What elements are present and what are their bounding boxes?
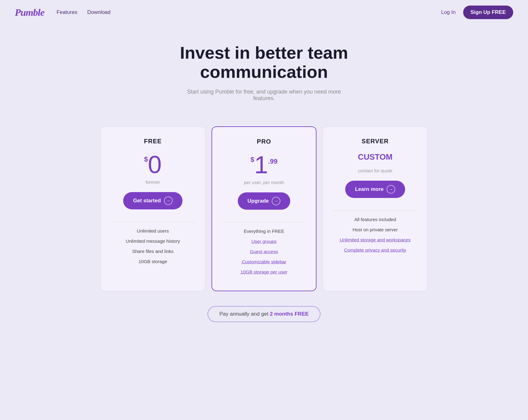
pricing-section: FREE $ 0 forever Get started → Unlimited… bbox=[79, 114, 449, 301]
pro-feature-4[interactable]: 10GB storage per user bbox=[222, 269, 306, 275]
free-cta-arrow-icon: → bbox=[164, 196, 173, 205]
pro-price-symbol: $ bbox=[250, 156, 254, 164]
pro-card-title: PRO bbox=[222, 138, 306, 145]
free-price-amount: 0 bbox=[148, 152, 162, 177]
server-card-title: SERVER bbox=[333, 138, 417, 145]
pro-cta-label: Upgrade bbox=[248, 198, 269, 204]
server-price-custom: CUSTOM bbox=[333, 152, 417, 162]
annual-highlight: 2 months FREE bbox=[270, 311, 309, 317]
login-button[interactable]: Log In bbox=[441, 9, 455, 15]
annual-pill-button[interactable]: Pay annually and get 2 months FREE bbox=[207, 306, 320, 322]
pro-feature-2[interactable]: Guest access bbox=[222, 249, 306, 254]
server-divider bbox=[333, 210, 417, 211]
signup-button[interactable]: Sign Up FREE bbox=[463, 6, 513, 19]
pro-price-period: per user, per month bbox=[222, 180, 306, 185]
server-features-list: All features included Host on private se… bbox=[333, 217, 417, 253]
logo[interactable]: Pumble bbox=[15, 7, 44, 18]
free-cta-label: Get started bbox=[133, 198, 161, 204]
annual-banner: Pay annually and get 2 months FREE bbox=[0, 301, 528, 332]
server-feature-3[interactable]: Complete privacy and security bbox=[333, 247, 417, 253]
free-feature-2: Unlimited message history bbox=[111, 238, 195, 244]
pro-cta-button[interactable]: Upgrade → bbox=[238, 192, 291, 210]
free-feature-3: Share files and links bbox=[111, 249, 195, 254]
free-features-list: Unlimited users Unlimited message histor… bbox=[111, 228, 195, 264]
nav-right: Log In Sign Up FREE bbox=[441, 6, 513, 19]
server-card: SERVER CUSTOM contact for quote Learn mo… bbox=[323, 126, 428, 291]
pro-features-list: Everything in FREE User groups Guest acc… bbox=[222, 229, 306, 275]
free-feature-4: 10GB storage bbox=[111, 259, 195, 264]
free-card: FREE $ 0 forever Get started → Unlimited… bbox=[100, 126, 205, 291]
nav-download[interactable]: Download bbox=[87, 9, 111, 15]
pro-price-cents: .99 bbox=[268, 158, 278, 166]
hero-title: Invest in better team communication bbox=[125, 43, 403, 81]
navbar: Pumble Features Download Log In Sign Up … bbox=[0, 0, 528, 25]
server-feature-0: All features included bbox=[333, 217, 417, 222]
server-cta-button[interactable]: Learn more → bbox=[345, 181, 405, 198]
server-cta-label: Learn more bbox=[355, 186, 384, 192]
pro-cta-arrow-icon: → bbox=[272, 197, 280, 205]
hero-subtitle: Start using Pumble for free, and upgrade… bbox=[184, 89, 344, 102]
free-feature-1: Unlimited users bbox=[111, 228, 195, 233]
server-cta-arrow-icon: → bbox=[387, 185, 395, 194]
server-feature-2[interactable]: Unlimited storage and workspaces bbox=[333, 237, 417, 242]
nav-features[interactable]: Features bbox=[57, 9, 77, 15]
free-divider bbox=[111, 222, 195, 222]
hero-section: Invest in better team communication Star… bbox=[0, 25, 528, 114]
free-price-period: forever bbox=[111, 179, 195, 185]
free-price-display: $ 0 bbox=[111, 152, 195, 177]
annual-text-before: Pay annually and get bbox=[219, 311, 270, 317]
pro-card: PRO $ 1 .99 per user, per month Upgrade … bbox=[212, 126, 316, 291]
server-feature-1: Host on private server bbox=[333, 227, 417, 232]
pro-divider bbox=[222, 222, 306, 222]
pro-price-amount: 1 bbox=[254, 153, 268, 177]
pro-price-display: $ 1 .99 bbox=[222, 153, 306, 177]
pro-feature-0: Everything in FREE bbox=[222, 229, 306, 234]
free-card-title: FREE bbox=[111, 138, 195, 145]
pro-feature-3[interactable]: Customizable sidebar bbox=[222, 259, 306, 264]
server-price-period: contact for quote bbox=[333, 168, 417, 173]
free-cta-button[interactable]: Get started → bbox=[123, 192, 182, 209]
pro-feature-1[interactable]: User groups bbox=[222, 239, 306, 244]
free-price-symbol: $ bbox=[144, 155, 148, 163]
nav-links: Features Download bbox=[57, 9, 441, 15]
